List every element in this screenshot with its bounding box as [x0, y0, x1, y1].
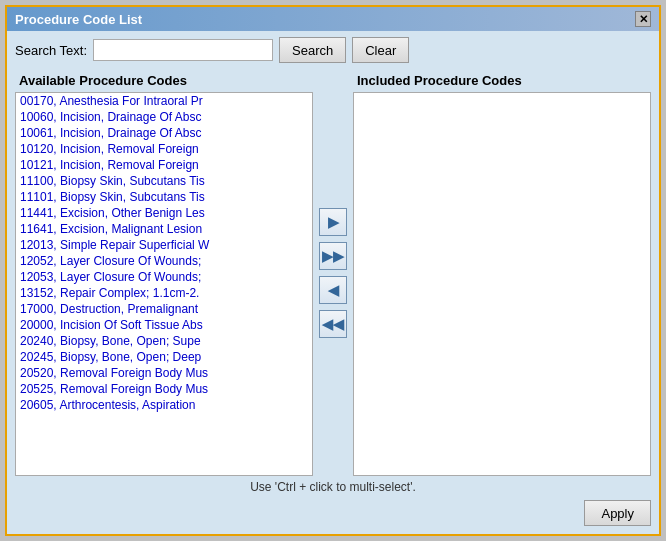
list-item[interactable]: 20245, Biopsy, Bone, Open; Deep: [16, 349, 312, 365]
main-area: Available Procedure Codes 00170, Anesthe…: [7, 69, 659, 476]
remove-one-button[interactable]: ◀: [319, 276, 347, 304]
clear-button[interactable]: Clear: [352, 37, 409, 63]
hint-text: Use 'Ctrl + click to multi-select'.: [250, 480, 416, 494]
footer: Use 'Ctrl + click to multi-select'. Appl…: [7, 476, 659, 534]
apply-button[interactable]: Apply: [584, 500, 651, 526]
included-header: Included Procedure Codes: [353, 69, 651, 92]
list-item[interactable]: 10121, Incision, Removal Foreign: [16, 157, 312, 173]
list-item[interactable]: 20520, Removal Foreign Body Mus: [16, 365, 312, 381]
search-label: Search Text:: [15, 43, 87, 58]
list-item[interactable]: 11641, Excision, Malignant Lesion: [16, 221, 312, 237]
available-list[interactable]: 00170, Anesthesia For Intraoral Pr10060,…: [15, 92, 313, 476]
list-item[interactable]: 00170, Anesthesia For Intraoral Pr: [16, 93, 312, 109]
included-list[interactable]: [353, 92, 651, 476]
list-item[interactable]: 20525, Removal Foreign Body Mus: [16, 381, 312, 397]
list-item[interactable]: 11101, Biopsy Skin, Subcutans Tis: [16, 189, 312, 205]
list-item[interactable]: 20000, Incision Of Soft Tissue Abs: [16, 317, 312, 333]
list-item[interactable]: 11441, Excision, Other Benign Les: [16, 205, 312, 221]
list-item[interactable]: 12013, Simple Repair Superficial W: [16, 237, 312, 253]
list-item[interactable]: 12052, Layer Closure Of Wounds;: [16, 253, 312, 269]
title-bar: Procedure Code List ✕: [7, 7, 659, 31]
list-item[interactable]: 20240, Biopsy, Bone, Open; Supe: [16, 333, 312, 349]
list-item[interactable]: 20605, Arthrocentesis, Aspiration: [16, 397, 312, 413]
list-item[interactable]: 17000, Destruction, Premalignant: [16, 301, 312, 317]
available-section: Available Procedure Codes 00170, Anesthe…: [15, 69, 313, 476]
included-section: Included Procedure Codes: [353, 69, 651, 476]
list-item[interactable]: 11100, Biopsy Skin, Subcutans Tis: [16, 173, 312, 189]
list-item[interactable]: 10120, Incision, Removal Foreign: [16, 141, 312, 157]
list-item[interactable]: 12053, Layer Closure Of Wounds;: [16, 269, 312, 285]
remove-all-button[interactable]: ◀◀: [319, 310, 347, 338]
search-button[interactable]: Search: [279, 37, 346, 63]
search-input[interactable]: [93, 39, 273, 61]
list-item[interactable]: 10061, Incision, Drainage Of Absc: [16, 125, 312, 141]
dialog-title: Procedure Code List: [15, 12, 142, 27]
footer-row: Apply: [15, 500, 651, 526]
transfer-controls: ▶ ▶▶ ◀ ◀◀: [313, 69, 353, 476]
list-item[interactable]: 13152, Repair Complex; 1.1cm-2.: [16, 285, 312, 301]
procedure-code-dialog: Procedure Code List ✕ Search Text: Searc…: [5, 5, 661, 536]
close-button[interactable]: ✕: [635, 11, 651, 27]
search-bar: Search Text: Search Clear: [7, 31, 659, 69]
available-header: Available Procedure Codes: [15, 69, 313, 92]
add-all-button[interactable]: ▶▶: [319, 242, 347, 270]
add-one-button[interactable]: ▶: [319, 208, 347, 236]
list-item[interactable]: 10060, Incision, Drainage Of Absc: [16, 109, 312, 125]
